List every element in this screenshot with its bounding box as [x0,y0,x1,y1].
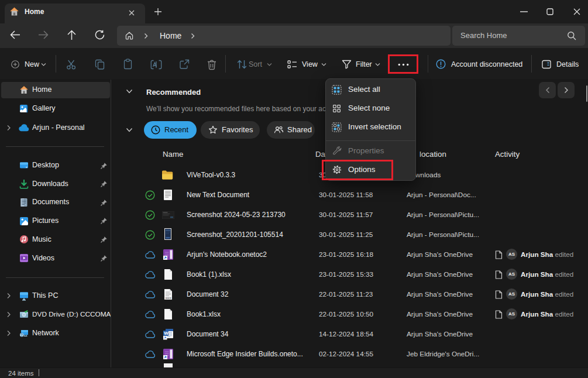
svg-text:W: W [164,331,169,336]
svg-text:DOCX: DOCX [166,297,172,300]
